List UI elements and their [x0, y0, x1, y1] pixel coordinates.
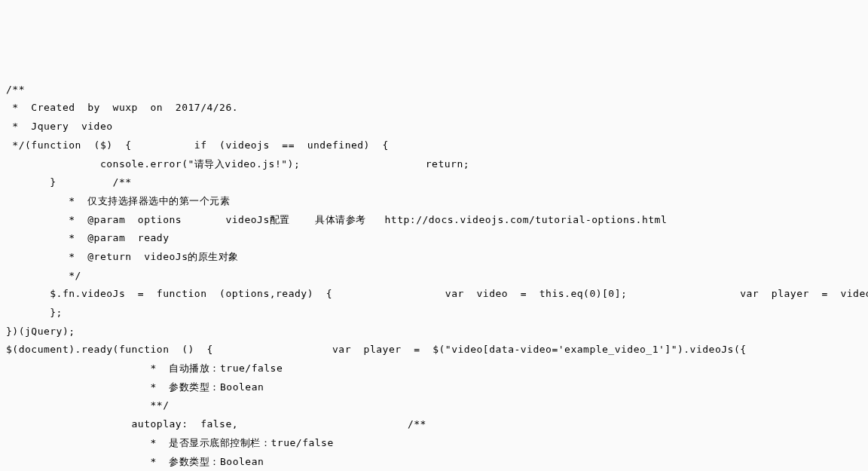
code-line: */(function ($) { if (videojs == undefin…	[6, 139, 389, 151]
code-line: **/	[6, 399, 170, 411]
code-line: * @param options videoJs配置 具体请参考 http://…	[6, 214, 667, 225]
code-line: * @param ready	[6, 232, 170, 243]
code-line: * 参数类型：Boolean	[6, 456, 264, 467]
code-line: * Jquery video	[6, 121, 113, 132]
code-line: })(jQuery);	[6, 326, 75, 337]
code-line: };	[6, 307, 63, 318]
code-line: */	[6, 270, 81, 281]
code-line: console.error("请导入video.js!"); return;	[6, 158, 469, 170]
code-line: * 参数类型：Boolean	[6, 381, 264, 393]
code-line: * 自动播放：true/false	[6, 362, 283, 374]
code-block: /** * Created by wuxp on 2017/4/26. * Jq…	[6, 81, 862, 471]
code-line: $.fn.videoJs = function (options,ready) …	[6, 288, 868, 299]
code-line: * 是否显示底部控制栏：true/false	[6, 437, 334, 448]
code-line: * @return videoJs的原生对象	[6, 251, 239, 262]
code-line: * 仅支持选择器选中的第一个元素	[6, 195, 230, 206]
code-line: } /**	[6, 176, 132, 188]
code-line: autoplay: false, /**	[6, 418, 426, 430]
code-line: $(document).ready(function () { var play…	[6, 344, 868, 355]
code-line: /**	[6, 84, 25, 95]
code-line: * Created by wuxp on 2017/4/26.	[6, 102, 238, 113]
